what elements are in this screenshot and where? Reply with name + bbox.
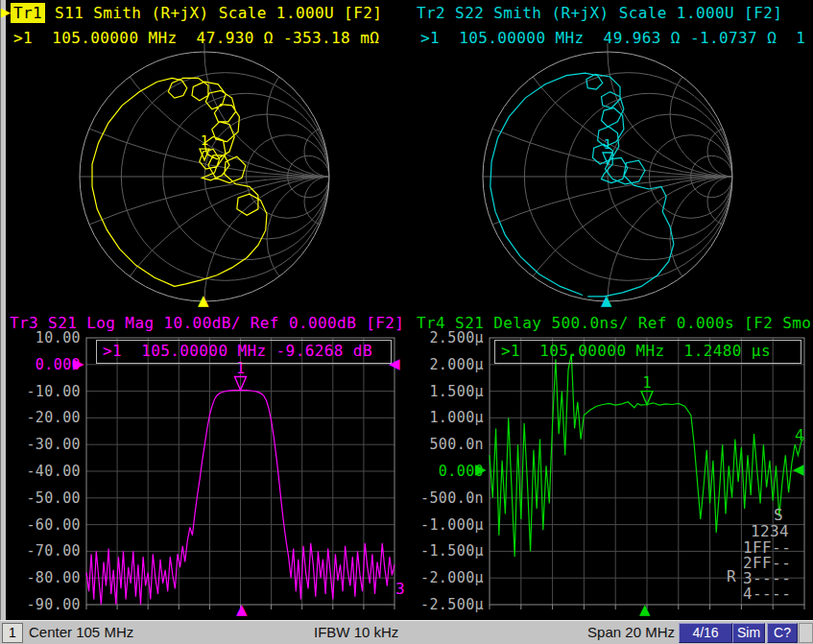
- span-readout: Span 20 MHz: [533, 624, 675, 640]
- tr3-label[interactable]: Tr3: [10, 314, 38, 332]
- marker-number: 1: [604, 136, 611, 152]
- status-bar-corner: [799, 623, 813, 643]
- y-axis-label: -20.00: [0, 408, 81, 427]
- y-axis-label: -90.00: [0, 595, 81, 614]
- logmag-plot-tr3[interactable]: 1: [85, 337, 396, 613]
- y-axis-label: -60.00: [0, 515, 81, 535]
- y-axis-label: -30.00: [0, 435, 81, 454]
- y-axis-label: -1.000µ: [403, 515, 484, 535]
- y-axis-label: -2.500µ: [403, 595, 484, 614]
- ifbw-readout: IFBW 10 kHz: [314, 624, 398, 640]
- tr3-trace-number: 3: [395, 580, 405, 598]
- tr4-ref-level-right-icon[interactable]: ◀: [793, 463, 804, 477]
- simulation-mode-badge[interactable]: Sim: [732, 623, 765, 643]
- channel-trace-layout-badge[interactable]: 4/16: [679, 623, 732, 643]
- tr2-marker-readout: >1 105.00000 MHz 49.963 Ω -1.0737 Ω 1: [420, 28, 805, 48]
- tr3-marker-box: >1 105.00000 MHz -9.6268 dB: [96, 340, 392, 364]
- y-axis-label: 1.500µ: [403, 382, 484, 401]
- tr1-stimulus-marker-icon[interactable]: ▲: [198, 294, 209, 308]
- port-status-columns: 1234: [751, 524, 789, 539]
- marker-number: 1: [201, 132, 208, 148]
- channel-number-box[interactable]: 1: [2, 623, 23, 643]
- tr4-marker-box: >1 105.00000 MHz 1.2480 µs: [494, 340, 801, 364]
- trace-tr1: [92, 78, 267, 286]
- y-axis-label: -50.00: [0, 489, 81, 508]
- y-axis-label: 2.000µ: [403, 355, 484, 374]
- vna-screen: ▶ Tr1S11 Smith (R+jX) Scale 1.000U [F2] …: [0, 0, 813, 644]
- port-status-rows: 1FF--2FF--3----4----: [743, 540, 791, 602]
- port-status-header: S: [774, 508, 783, 523]
- port-status-row: 4----: [743, 586, 791, 602]
- tr4-title: S21 Delay 500.0ns/ Ref 0.000s [F2 Smo: [455, 314, 811, 332]
- marker-number: 1: [642, 374, 651, 392]
- tr2-label[interactable]: Tr2: [417, 4, 445, 22]
- tr1-marker-readout: >1 105.00000 MHz 47.930 Ω -353.18 mΩ: [13, 28, 379, 48]
- y-axis-label: -40.00: [0, 462, 81, 481]
- tr4-stimulus-marker-icon[interactable]: ▲: [639, 603, 651, 617]
- tr1-title-row[interactable]: Tr1S11 Smith (R+jX) Scale 1.000U [F2]: [11, 3, 382, 23]
- tr2-title-row[interactable]: Tr2S22 Smith (R+jX) Scale 1.000U [F2]: [417, 3, 782, 23]
- tr2-title: S22 Smith (R+jX) Scale 1.000U [F2]: [455, 4, 782, 22]
- y-axis-label: -1.500µ: [403, 541, 484, 561]
- y-axis-label: -10.00: [0, 382, 81, 401]
- tr3-title: S21 Log Mag 10.00dB/ Ref 0.000dB [F2]: [48, 314, 404, 332]
- y-axis-label: 0.000: [403, 462, 484, 481]
- y-axis-label: 1.000µ: [403, 408, 484, 427]
- tr3-stimulus-marker-icon[interactable]: ▲: [236, 603, 248, 617]
- status-bar: 1 Center 105 MHz IFBW 10 kHz Span 20 MHz…: [0, 620, 813, 644]
- tr4-ref-level-left-icon[interactable]: ▶: [475, 463, 487, 477]
- tr3-title-row[interactable]: Tr3S21 Log Mag 10.00dB/ Ref 0.000dB [F2]: [10, 313, 404, 333]
- tr3-ref-level-left-icon[interactable]: ▶: [73, 357, 84, 371]
- active-trace-arrow-icon: ▶: [1, 5, 11, 19]
- y-axis-label: 500.0n: [403, 435, 484, 454]
- tr4-trace-number: 4: [795, 426, 804, 444]
- y-axis-label: -70.00: [0, 541, 81, 561]
- tr1-label-badge[interactable]: Tr1: [11, 3, 45, 23]
- tr2-stimulus-marker-icon[interactable]: ▲: [601, 294, 612, 308]
- tr4-title-row[interactable]: Tr4S21 Delay 500.0ns/ Ref 0.000s [F2 Smo: [417, 313, 811, 333]
- tr4-label[interactable]: Tr4: [417, 314, 445, 332]
- center-frequency-readout: Center 105 MHz: [29, 624, 133, 640]
- y-axis-label: 0.000: [0, 355, 81, 374]
- y-axis-label: -500.0n: [403, 489, 484, 508]
- smith-chart-tr2[interactable]: 1: [473, 42, 742, 311]
- calibration-status-badge[interactable]: C?: [767, 623, 798, 643]
- port-status-receiver-label: R: [727, 569, 736, 584]
- tr3-ref-level-right-icon[interactable]: ◀: [389, 357, 400, 371]
- y-axis-label: -2.000µ: [403, 568, 484, 587]
- smith-chart-tr1[interactable]: 1: [70, 42, 339, 311]
- y-axis-label: -80.00: [0, 568, 81, 587]
- tr1-title: S11 Smith (R+jX) Scale 1.000U [F2]: [55, 4, 382, 22]
